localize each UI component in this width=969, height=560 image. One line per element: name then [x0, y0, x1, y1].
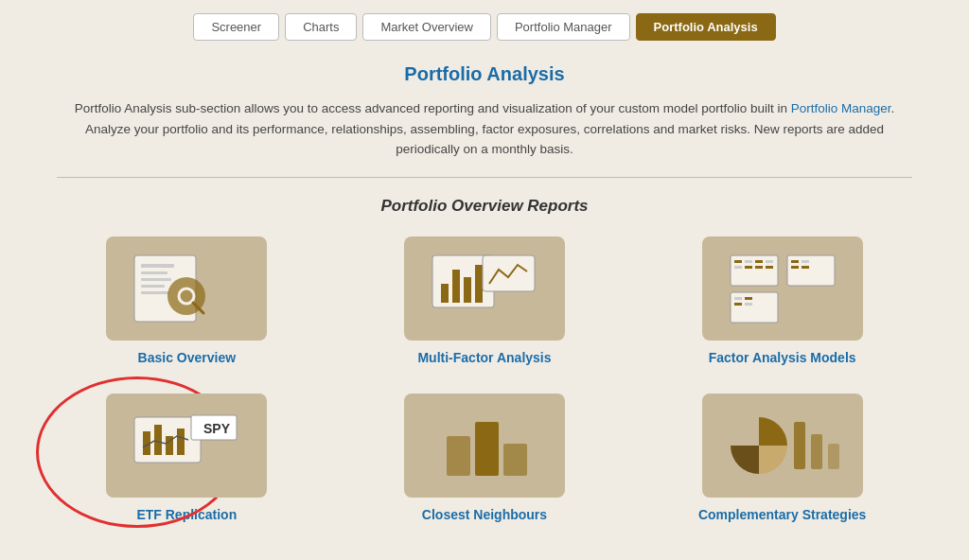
svg-rect-29: [787, 255, 835, 286]
nav-bar: ScreenerChartsMarket OverviewPortfolio M…: [0, 0, 969, 54]
page-title: Portfolio Analysis: [57, 63, 912, 85]
svg-rect-24: [731, 292, 778, 323]
nav-item-market-overview[interactable]: Market Overview: [362, 13, 491, 41]
svg-rect-12: [464, 277, 471, 303]
svg-rect-10: [441, 284, 449, 303]
svg-rect-42: [475, 422, 499, 476]
svg-rect-36: [154, 425, 162, 455]
svg-rect-26: [734, 303, 742, 306]
multi-factor-analysis-icon-box: [404, 236, 565, 341]
svg-rect-5: [141, 291, 169, 294]
portfolio-manager-link[interactable]: Portfolio Manager: [791, 101, 891, 115]
svg-rect-46: [828, 444, 839, 469]
svg-rect-27: [745, 297, 752, 300]
svg-rect-38: [177, 429, 185, 455]
svg-rect-45: [811, 434, 822, 469]
report-card-basic-overview[interactable]: Basic Overview: [57, 236, 317, 365]
svg-rect-22: [766, 260, 773, 263]
svg-rect-14: [483, 255, 535, 291]
svg-rect-31: [791, 266, 799, 269]
page-description: Portfolio Analysis sub-section allows yo…: [57, 98, 912, 160]
svg-rect-18: [745, 260, 752, 263]
report-card-factor-analysis-models[interactable]: Factor Analysis Models: [652, 236, 912, 365]
nav-item-charts[interactable]: Charts: [285, 13, 357, 41]
multi-factor-analysis-label: Multi-Factor Analysis: [417, 350, 551, 365]
section-title: Portfolio Overview Reports: [57, 197, 912, 216]
reports-grid: Basic Overview Multi-Factor Analysis: [57, 236, 912, 522]
svg-rect-16: [734, 260, 742, 263]
svg-rect-41: [447, 436, 470, 476]
report-card-closest-neighbours[interactable]: Closest Neighbours: [355, 394, 615, 522]
svg-rect-19: [745, 266, 752, 269]
factor-analysis-models-icon-box: [702, 236, 863, 341]
etf-replication-label: ETF Replication: [136, 507, 237, 522]
svg-rect-15: [731, 255, 778, 286]
svg-rect-25: [734, 297, 742, 300]
report-card-complementary-strategies[interactable]: Complementary Strategies: [652, 394, 912, 522]
complementary-strategies-icon-box: [702, 394, 863, 498]
svg-rect-30: [791, 260, 799, 263]
svg-rect-20: [755, 260, 763, 263]
svg-rect-1: [141, 264, 174, 268]
etf-replication-icon-box: SPY: [106, 394, 267, 498]
svg-rect-43: [503, 444, 527, 476]
svg-rect-21: [755, 266, 763, 269]
svg-rect-33: [802, 266, 809, 269]
basic-overview-label: Basic Overview: [138, 350, 237, 365]
factor-analysis-models-label: Factor Analysis Models: [709, 350, 856, 365]
svg-rect-28: [745, 303, 752, 306]
nav-item-portfolio-manager[interactable]: Portfolio Manager: [497, 13, 630, 41]
svg-rect-4: [141, 285, 165, 288]
nav-item-portfolio-analysis[interactable]: Portfolio Analysis: [636, 13, 776, 41]
svg-rect-13: [475, 265, 483, 303]
basic-overview-icon-box: [106, 236, 267, 341]
svg-rect-2: [141, 271, 167, 274]
closest-neighbours-label: Closest Neighbours: [422, 507, 547, 522]
nav-item-screener[interactable]: Screener: [193, 13, 279, 41]
svg-rect-32: [802, 260, 809, 263]
report-card-etf-replication[interactable]: SPY ETF Replication: [57, 394, 317, 522]
svg-rect-3: [141, 278, 171, 281]
svg-rect-11: [452, 270, 460, 303]
svg-rect-44: [794, 422, 805, 469]
closest-neighbours-icon-box: [404, 394, 565, 498]
main-content: Portfolio Analysis Portfolio Analysis su…: [0, 54, 969, 541]
svg-rect-17: [734, 266, 742, 269]
svg-rect-23: [766, 266, 773, 269]
svg-text:SPY: SPY: [203, 421, 231, 436]
section-divider: [57, 177, 912, 178]
report-card-multi-factor-analysis[interactable]: Multi-Factor Analysis: [355, 236, 615, 365]
complementary-strategies-label: Complementary Strategies: [698, 507, 866, 522]
description-text-1: Portfolio Analysis sub-section allows yo…: [75, 101, 791, 115]
